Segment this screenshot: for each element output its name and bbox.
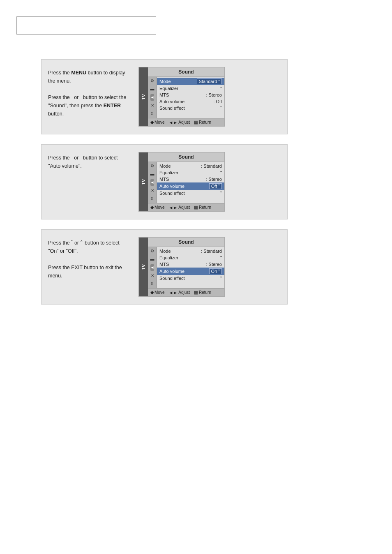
tv-row-label-3: Auto volume xyxy=(159,269,207,274)
tv-row-sep-0: : xyxy=(201,249,202,254)
tv-row-label-0: Mode xyxy=(159,249,200,254)
sections-container: Press the MENU button to display the men… xyxy=(16,59,376,305)
footer-item-2: ▦Return xyxy=(194,290,211,295)
tv-row-label-0: Mode xyxy=(159,164,200,169)
tv-row-1: Equalizer˜ xyxy=(157,85,224,92)
tv-row-2: MTS:Stereo xyxy=(157,261,224,268)
tv-row-value-0: Standard xyxy=(203,249,222,254)
tv-row-2: MTS:Stereo xyxy=(157,92,224,98)
tv-row-3: Auto volume:Off xyxy=(157,98,224,105)
tv-icon-0: ⚙ xyxy=(150,163,154,169)
tv-menu-2: TVSound⚙▬◄✕⠿Mode:StandardEqualizer˜MTS:S… xyxy=(138,237,225,297)
footer-icon-1: ◄► xyxy=(168,120,178,125)
tv-icon-3: ✕ xyxy=(151,187,154,194)
tv-icon-1: ▬ xyxy=(150,171,154,178)
footer-label-2: Return xyxy=(199,120,211,125)
tv-icon-4: ⠿ xyxy=(151,281,154,287)
tv-footer: ◆Move◄►Adjust▦Return xyxy=(148,288,224,296)
tv-row-4: Sound effect˜ xyxy=(157,275,224,282)
tv-row-sep-2: : xyxy=(206,262,208,267)
tv-icon-1: ▬ xyxy=(150,86,154,92)
footer-icon-2: ▦ xyxy=(194,205,198,210)
tv-row-value-4: ˜ xyxy=(220,106,222,111)
tv-icon-2: ◄ xyxy=(150,94,154,101)
tv-label: TV xyxy=(139,67,148,126)
tv-row-label-1: Equalizer xyxy=(159,86,220,91)
instructions-0: Press the MENU button to display the men… xyxy=(48,67,130,118)
footer-icon-1: ◄► xyxy=(168,290,178,295)
tv-row-value-2: Stereo xyxy=(209,262,222,267)
tv-row-value-1: ˜ xyxy=(220,86,222,91)
section-2: Press the ˜ or ˄ button to select "On" o… xyxy=(41,229,288,305)
tv-row-label-3: Auto volume xyxy=(159,99,212,104)
footer-item-0: ◆Move xyxy=(150,290,164,295)
footer-label-1: Adjust xyxy=(178,290,190,295)
footer-item-1: ◄►Adjust xyxy=(168,120,190,125)
footer-label-0: Move xyxy=(154,205,164,210)
tv-row-value-0: Standard ˜ xyxy=(197,78,222,84)
tv-row-label-0: Mode xyxy=(159,79,194,84)
tv-row-value-2: Stereo xyxy=(209,92,222,97)
footer-icon-2: ▦ xyxy=(194,120,198,125)
footer-label-1: Adjust xyxy=(178,205,190,210)
tv-icon-4: ⠿ xyxy=(151,111,154,117)
tv-row-label-1: Equalizer xyxy=(159,255,220,260)
tv-row-value-3: Off xyxy=(216,99,222,104)
tv-row-value-3: On ˜ xyxy=(209,268,222,274)
tv-row-value-1: ˜ xyxy=(220,170,222,175)
tv-row-label-4: Sound effect xyxy=(159,276,220,281)
footer-icon-0: ◆ xyxy=(150,205,154,210)
tv-icon-2: ◄ xyxy=(150,179,154,186)
tv-icon-1: ▬ xyxy=(150,256,154,263)
tv-row-1: Equalizer˜ xyxy=(157,169,224,176)
tv-icon-4: ⠿ xyxy=(151,196,154,202)
tv-footer: ◆Move◄►Adjust▦Return xyxy=(148,203,224,211)
tv-row-value-3: Off ˜ xyxy=(209,183,222,189)
footer-label-0: Move xyxy=(154,120,164,125)
tv-row-3: Auto volumeOn ˜ xyxy=(157,268,224,275)
footer-item-0: ◆Move xyxy=(150,205,164,210)
footer-icon-2: ▦ xyxy=(194,290,198,295)
tv-row-sep-0: : xyxy=(201,164,202,169)
tv-row-2: MTS:Stereo xyxy=(157,176,224,182)
tv-row-value-4: ˜ xyxy=(220,191,222,196)
tv-menu-title: Sound xyxy=(148,67,224,77)
tv-icon-0: ⚙ xyxy=(150,78,154,84)
tv-icon-2: ◄ xyxy=(150,264,154,271)
tv-row-4: Sound effect˜ xyxy=(157,190,224,196)
tv-menu-1: TVSound⚙▬◄✕⠿Mode:StandardEqualizer˜MTS:S… xyxy=(138,152,225,212)
tv-footer: ◆Move◄►Adjust▦Return xyxy=(148,118,224,126)
footer-label-2: Return xyxy=(199,290,211,295)
footer-item-1: ◄►Adjust xyxy=(168,205,190,210)
section-0: Press the MENU button to display the men… xyxy=(41,59,288,134)
tv-row-label-2: MTS xyxy=(159,177,205,182)
tv-icon-0: ⚙ xyxy=(150,248,154,254)
tv-label: TV xyxy=(139,152,148,211)
tv-row-0: Mode:Standard xyxy=(157,248,224,254)
tv-row-label-4: Sound effect xyxy=(159,191,220,196)
instructions-2: Press the ˜ or ˄ button to select "On" o… xyxy=(48,237,130,280)
footer-item-0: ◆Move xyxy=(150,120,164,125)
tv-menu-title: Sound xyxy=(148,238,224,247)
tv-menu-0: TVSound⚙▬◄✕⠿ModeStandard ˜Equalizer˜MTS:… xyxy=(138,67,225,127)
footer-icon-0: ◆ xyxy=(150,290,154,295)
footer-label-0: Move xyxy=(154,290,164,295)
tv-row-value-2: Stereo xyxy=(209,177,222,182)
tv-row-value-4: ˜ xyxy=(220,276,222,281)
tv-row-value-0: Standard xyxy=(203,164,222,169)
tv-row-label-2: MTS xyxy=(159,262,205,267)
tv-row-label-1: Equalizer xyxy=(159,170,220,175)
footer-icon-0: ◆ xyxy=(150,120,154,125)
tv-row-0: Mode:Standard xyxy=(157,163,224,169)
tv-row-value-1: ˜ xyxy=(220,255,222,260)
tv-row-label-3: Auto volume xyxy=(159,184,207,189)
footer-label-2: Return xyxy=(199,205,211,210)
tv-row-sep-3: : xyxy=(213,99,214,104)
tv-row-0: ModeStandard ˜ xyxy=(157,78,224,85)
footer-item-2: ▦Return xyxy=(194,205,211,210)
tv-row-3: Auto volumeOff ˜ xyxy=(157,182,224,190)
footer-item-1: ◄►Adjust xyxy=(168,290,190,295)
footer-item-2: ▦Return xyxy=(194,120,211,125)
tv-icon-3: ✕ xyxy=(151,272,154,279)
tv-row-1: Equalizer˜ xyxy=(157,254,224,261)
